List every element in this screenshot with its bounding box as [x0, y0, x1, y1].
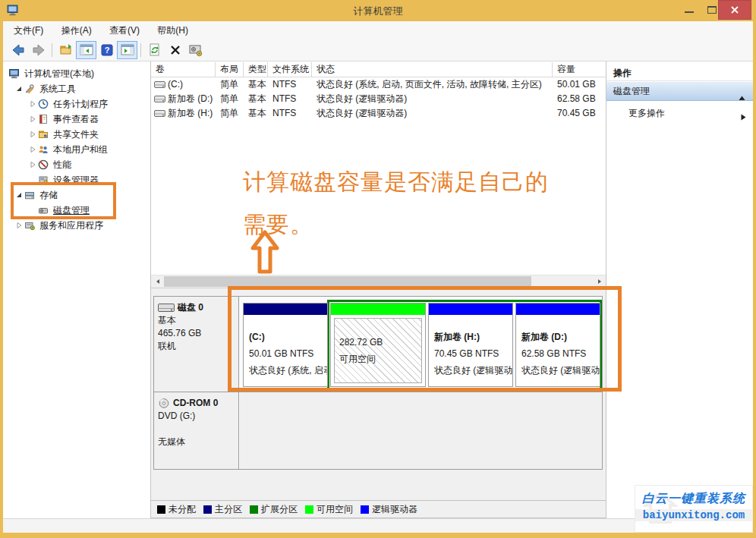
- collapsed-triangle-icon[interactable]: [29, 146, 38, 153]
- performance-icon: [38, 159, 50, 170]
- toolbar: ?: [3, 39, 753, 61]
- minimize-button[interactable]: [679, 0, 700, 20]
- menu-action[interactable]: 操作(A): [54, 21, 99, 39]
- volume-row-c[interactable]: (C:) 简单 基本 NTFS 状态良好 (系统, 启动, 页面文件, 活动, …: [151, 77, 606, 92]
- column-header-layout[interactable]: 布局: [216, 62, 244, 77]
- disk-management-action-group[interactable]: 磁盘管理: [606, 82, 753, 101]
- volume-status: 状态良好 (逻辑驱动器): [312, 92, 553, 106]
- back-button[interactable]: [8, 41, 28, 59]
- cdrom-row: CD-ROM 0 DVD (G:) 无媒体: [153, 392, 603, 470]
- disk-status: 联机: [158, 340, 235, 353]
- submenu-arrow-icon: [741, 109, 746, 126]
- scroll-left-arrow[interactable]: [151, 275, 164, 288]
- annotation-line2: 需要。: [243, 203, 549, 246]
- help-icon: ?: [99, 42, 115, 58]
- partition-legend: 未分配 主分区 扩展分区 可用空间 逻辑驱动器: [151, 500, 606, 518]
- show-action-pane-button[interactable]: [117, 41, 137, 59]
- volume-row-d[interactable]: 新加卷 (D:) 简单 基本 NTFS 状态良好 (逻辑驱动器) 62.58 G…: [151, 92, 606, 106]
- cdrom-media-status: 无媒体: [158, 436, 235, 448]
- tree-item-task-scheduler[interactable]: 任务计划程序: [3, 96, 150, 112]
- collapsed-triangle-icon[interactable]: [15, 222, 24, 229]
- menu-file[interactable]: 文件(F): [6, 21, 51, 39]
- legend-item-logical-drive: 逻辑驱动器: [361, 503, 417, 516]
- legend-item-unallocated: 未分配: [157, 503, 196, 516]
- tree-item-services-applications[interactable]: 服务和应用程序: [3, 218, 150, 233]
- disk-properties-button[interactable]: [185, 41, 206, 59]
- watermark: 白云一键重装系统 baiyunxitong.com: [635, 485, 753, 533]
- tree-item-shared-folders[interactable]: 共享文件夹: [3, 127, 150, 142]
- svg-text:?: ?: [104, 46, 109, 55]
- column-header-status[interactable]: 状态: [312, 62, 553, 77]
- tree-item-label: 事件查看器: [53, 113, 99, 126]
- drive-icon: [154, 109, 165, 118]
- tree-item-performance[interactable]: 性能: [3, 157, 150, 172]
- disk0-info[interactable]: 磁盘 0 基本 465.76 GB 联机: [154, 297, 239, 392]
- cdrom-info[interactable]: CD-ROM 0 DVD (G:) 无媒体: [154, 392, 239, 469]
- volume-name: (C:): [168, 77, 183, 92]
- minimize-icon: [685, 11, 694, 13]
- close-icon: [730, 5, 739, 14]
- watermark-brand: 白云一键重装系统: [635, 491, 752, 507]
- tree-item-label: 服务和应用程序: [39, 219, 103, 232]
- collapsed-triangle-icon[interactable]: [29, 161, 38, 168]
- hard-disk-icon: [158, 303, 175, 313]
- shared-folders-icon: [38, 129, 50, 140]
- action-pane: 操作 磁盘管理 更多操作: [606, 61, 753, 518]
- annotation-rect-storage: [11, 182, 116, 219]
- volume-type: 基本: [244, 106, 268, 121]
- volume-filesystem: NTFS: [268, 106, 312, 121]
- volume-capacity: 70.45 GB: [553, 106, 606, 121]
- scrollbar-thumb[interactable]: [164, 276, 531, 287]
- annotation-line1: 计算磁盘容量是否满足自己的: [243, 161, 549, 203]
- watermark-url: baiyunxitong.com: [635, 509, 752, 521]
- drive-icon: [154, 95, 165, 103]
- legend-item-primary: 主分区: [203, 503, 242, 516]
- volume-capacity: 62.58 GB: [553, 92, 606, 106]
- toolbar-separator: [140, 43, 141, 57]
- export-list-button[interactable]: [55, 41, 76, 59]
- more-actions-label: 更多操作: [628, 108, 665, 118]
- cdrom-graphic-empty: [240, 392, 602, 469]
- forward-button[interactable]: [28, 41, 49, 59]
- help-button[interactable]: ?: [96, 41, 117, 59]
- refresh-button[interactable]: [144, 41, 165, 59]
- actions-header: 操作: [606, 64, 753, 81]
- column-header-volume[interactable]: 卷: [151, 62, 216, 77]
- cdrom-drive-letter: DVD (G:): [158, 410, 235, 423]
- disk-name: 磁盘 0: [178, 301, 203, 314]
- column-header-capacity[interactable]: 容量: [553, 62, 606, 77]
- menu-view[interactable]: 查看(V): [102, 21, 147, 39]
- task-scheduler-icon: [38, 99, 50, 109]
- menu-bar: 文件(F) 操作(A) 查看(V) 帮助(H): [3, 21, 753, 39]
- legend-swatch-logical-drive: [361, 505, 369, 514]
- disk-type: 基本: [158, 314, 235, 327]
- drive-icon: [154, 80, 165, 89]
- volume-status: 状态良好 (逻辑驱动器): [312, 106, 553, 121]
- tree-item-system-tools[interactable]: 系统工具: [3, 81, 150, 96]
- volume-list: 卷 布局 类型 文件系统 状态 容量 (C:) 简单 基本 NTFS 状态良好 …: [151, 62, 606, 121]
- export-list-icon: [58, 42, 74, 58]
- tree-item-local-users-groups[interactable]: 本地用户和组: [3, 142, 150, 157]
- window-title: 计算机管理: [0, 5, 756, 18]
- close-button[interactable]: [718, 0, 751, 20]
- volume-row-h[interactable]: 新加卷 (H:) 简单 基本 NTFS 状态良好 (逻辑驱动器) 70.45 G…: [151, 106, 606, 121]
- column-header-filesystem[interactable]: 文件系统: [268, 62, 312, 77]
- collapsed-triangle-icon[interactable]: [29, 115, 38, 123]
- maximize-icon: [707, 6, 717, 14]
- tree-item-computer-management[interactable]: 计算机管理(本地): [3, 66, 150, 81]
- volume-capacity: 50.01 GB: [553, 77, 606, 92]
- local-users-icon: [38, 144, 50, 155]
- computer-icon: [9, 68, 21, 80]
- column-header-type[interactable]: 类型: [244, 62, 268, 77]
- show-console-tree-button[interactable]: [76, 41, 96, 59]
- tree-item-event-viewer[interactable]: 事件查看器: [3, 112, 150, 127]
- more-actions-item[interactable]: 更多操作: [606, 105, 753, 121]
- delete-button[interactable]: [165, 41, 185, 59]
- collapsed-triangle-icon[interactable]: [29, 131, 38, 138]
- annotation-text: 计算磁盘容量是否满足自己的 需要。: [243, 161, 549, 246]
- expanded-triangle-icon[interactable]: [15, 85, 24, 93]
- disk-properties-icon: [188, 42, 203, 58]
- menu-help[interactable]: 帮助(H): [150, 21, 196, 39]
- toolbar-separator: [52, 43, 52, 57]
- collapsed-triangle-icon[interactable]: [29, 100, 38, 108]
